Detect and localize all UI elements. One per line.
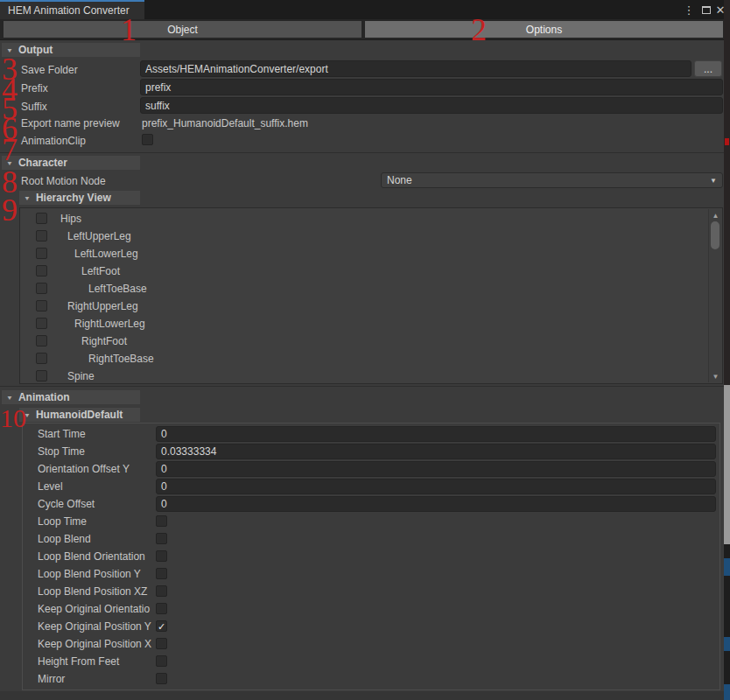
save-folder-input[interactable] [140,60,691,77]
hierarchy-item-label: LeftLowerLeg [74,245,138,262]
mode-toolbar: Object Options [0,19,724,40]
animation-clip-label: AnimationClip [21,135,86,147]
hierarchy-item-checkbox[interactable] [36,265,47,276]
animation-field-checkbox[interactable] [156,585,167,597]
maximize-icon[interactable] [699,0,713,19]
animation-field-checkbox[interactable] [156,638,167,649]
hierarchy-item[interactable]: RightToeBase [21,350,707,368]
hierarchy-item-checkbox[interactable] [36,230,47,242]
animation-field-input[interactable] [156,426,716,442]
animation-field-row: Loop Time [23,514,719,531]
hierarchy-item[interactable]: LeftFoot [21,262,707,280]
scrollbar-thumb[interactable] [711,221,719,249]
bottom-strip [0,691,724,700]
animation-field-label: Loop Blend Position Y [38,568,155,580]
animation-section-title: Animation [18,391,70,403]
background-strip [724,684,730,700]
hierarchy-list: HipsLeftUpperLegLeftLowerLegLeftFootLeft… [21,210,707,384]
prefix-input[interactable] [140,79,723,95]
hierarchy-view-header[interactable]: ▼ Hierarchy View [19,191,140,205]
foldout-arrow-icon: ▼ [6,394,13,401]
hierarchy-item-label: LeftFoot [81,262,120,280]
hierarchy-item-label: RightUpperLeg [67,298,138,315]
animation-field-row: Stop Time [23,444,719,461]
export-preview-value: prefix_HumanoidDefault_suffix.hem [142,117,308,130]
character-section-title: Character [18,157,67,169]
animation-field-input[interactable] [156,461,716,477]
animation-field-row: Height From Feet [23,654,719,671]
animation-field-input[interactable] [156,444,716,459]
prefix-label: Prefix [21,82,48,94]
suffix-input[interactable] [140,97,723,114]
root-motion-node-dropdown[interactable]: None ▼ [381,172,723,188]
character-section-header[interactable]: ▼ Character [2,156,140,170]
animation-clip-checkbox[interactable] [142,134,153,145]
hierarchy-item-checkbox[interactable] [36,248,47,259]
animation-field-checkbox[interactable] [156,603,167,614]
animation-field-checkbox[interactable]: ✓ [156,620,167,632]
titlebar: HEM Animation Converter ⋮ ✕ [0,0,724,19]
hierarchy-item-label: RightToeBase [88,350,154,368]
hierarchy-item[interactable]: RightUpperLeg [21,298,707,315]
hierarchy-item[interactable]: RightLowerLeg [21,315,707,332]
hierarchy-item-label: Hips [60,210,81,228]
humanoid-default-header[interactable]: ▼ HumanoidDefault [19,408,140,422]
foldout-arrow-icon: ▼ [24,194,31,201]
background-strip [725,138,729,145]
animation-field-checkbox[interactable] [156,515,167,527]
background-strip [724,0,730,385]
background-strip [724,558,730,576]
output-section-header[interactable]: ▼ Output [2,43,140,57]
hierarchy-item-checkbox[interactable] [36,370,47,382]
animation-field-label: Orientation Offset Y [38,463,155,475]
kebab-menu-icon[interactable]: ⋮ [682,0,696,19]
hierarchy-item[interactable]: LeftToeBase [21,280,707,298]
animation-field-checkbox[interactable] [156,568,167,579]
tab-options[interactable]: Options [365,21,723,38]
hierarchy-scrollbar[interactable]: ▲ ▼ [708,209,721,382]
animation-field-input[interactable] [156,479,716,494]
animation-field-label: Stop Time [38,445,155,458]
annotation-10: 10 [0,405,26,431]
section-divider [0,152,724,153]
annotation-7: 7 [2,134,18,165]
hierarchy-item-checkbox[interactable] [36,318,47,329]
animation-field-row: Loop Blend [23,531,719,549]
animation-field-checkbox[interactable] [156,655,167,667]
hierarchy-item-checkbox[interactable] [36,335,47,346]
animation-field-input[interactable] [156,496,716,512]
animation-field-checkbox[interactable] [156,533,167,544]
animation-field-checkbox[interactable] [156,673,167,684]
animation-field-checkbox[interactable] [156,550,167,562]
animation-section-header[interactable]: ▼ Animation [2,390,140,404]
browse-folder-button[interactable]: ... [694,60,722,77]
hierarchy-item[interactable]: RightFoot [21,332,707,350]
hierarchy-item[interactable]: Spine [21,368,707,384]
hierarchy-item[interactable]: LeftUpperLeg [21,228,707,245]
animation-field-row: Level [23,479,719,496]
tab-object[interactable]: Object [4,21,361,38]
animation-field-row: Loop Blend Orientation [23,549,719,566]
animation-rows: Start TimeStop TimeOrientation Offset YL… [23,426,719,689]
scroll-up-icon[interactable]: ▲ [709,210,722,220]
hierarchy-item[interactable]: LeftLowerLeg [21,245,707,262]
hierarchy-view-box: HipsLeftUpperLegLeftLowerLegLeftFootLeft… [19,207,723,384]
hierarchy-item-checkbox[interactable] [36,300,47,312]
animation-field-label: Loop Blend Orientation [38,550,155,563]
hierarchy-item-checkbox[interactable] [36,283,47,294]
annotation-2: 2 [471,14,487,46]
annotation-9: 9 [2,194,18,226]
hierarchy-item-checkbox[interactable] [36,213,47,224]
window-title: HEM Animation Converter [8,4,130,17]
root-motion-node-label: Root Motion Node [21,175,106,187]
animation-field-label: Loop Time [38,515,155,528]
scroll-down-icon[interactable]: ▼ [709,371,722,382]
hierarchy-item-label: RightLowerLeg [74,315,145,332]
export-preview-label: Export name preview [21,117,120,130]
animation-field-label: Keep Original Position Y [38,620,155,633]
animation-field-row: Loop Blend Position Y [23,566,719,584]
hierarchy-item-checkbox[interactable] [36,353,47,364]
dropdown-arrow-icon: ▼ [710,177,717,185]
hierarchy-item[interactable]: Hips [21,210,707,228]
humanoid-default-title: HumanoidDefault [36,409,123,421]
